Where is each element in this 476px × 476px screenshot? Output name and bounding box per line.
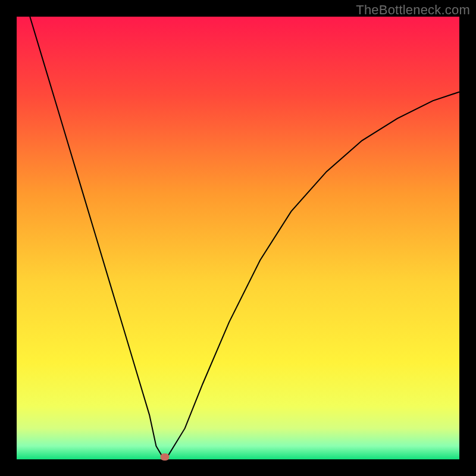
- chart-background: [17, 17, 459, 459]
- watermark-text: TheBottleneck.com: [356, 2, 470, 18]
- bottleneck-chart: [0, 0, 476, 476]
- optimal-point-marker: [161, 453, 170, 461]
